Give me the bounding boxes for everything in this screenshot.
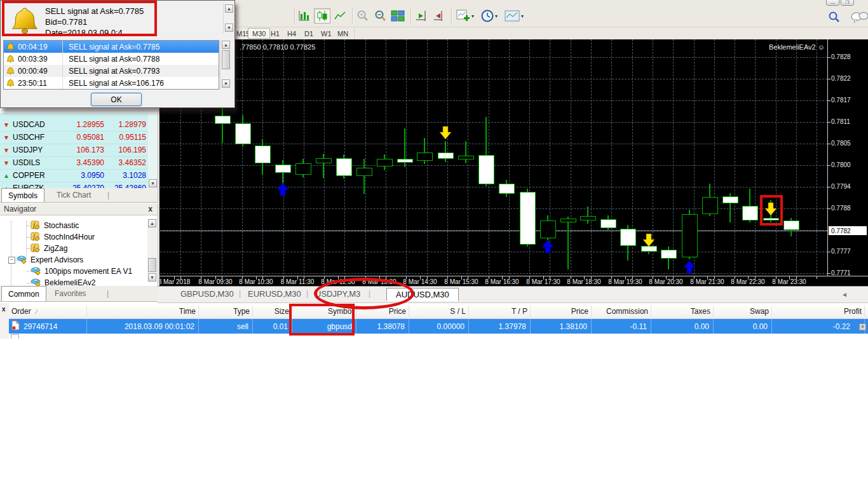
- gridline-v: [735, 39, 735, 274]
- column-header-order[interactable]: Order∕: [11, 304, 84, 318]
- alert-text: SELL signal at Ask=106.176: [69, 79, 164, 88]
- scroll-up-arrow[interactable]: ▲: [225, 4, 233, 13]
- minimize-button[interactable]: —: [826, 0, 839, 6]
- gridline-v: [509, 39, 510, 274]
- alert-row[interactable]: 00:03:39SELL signal at Ask=0.7788: [4, 53, 219, 65]
- tab-common[interactable]: Common: [1, 286, 46, 301]
- column-header-swap[interactable]: Swap: [715, 304, 769, 318]
- message-scrollbar[interactable]: ▲ ▼: [223, 3, 234, 34]
- periods-button[interactable]: ▾: [478, 8, 501, 24]
- price-axis-label: 0.7817: [831, 97, 851, 104]
- scroll-down-arrow[interactable]: ▼: [225, 24, 233, 32]
- metatrader-window: AutoTrading: [0, 0, 868, 488]
- line-chart-mode-button[interactable]: [332, 8, 348, 24]
- market-watch-row-usdils[interactable]: ▼USDILS3.453903.46352: [0, 156, 148, 170]
- column-header-s-l[interactable]: S / L: [411, 304, 466, 318]
- chart-shift-button[interactable]: [431, 8, 447, 24]
- column-header-price[interactable]: Price: [532, 304, 588, 318]
- scroll-up-arrow[interactable]: ▲: [222, 41, 230, 49]
- scroll-down-arrow[interactable]: ▼: [222, 79, 230, 88]
- column-separator: [591, 306, 592, 317]
- column-header-profit[interactable]: Profit: [774, 304, 862, 318]
- scroll-down-arrow[interactable]: ▼: [149, 179, 157, 187]
- search-icon[interactable]: [828, 11, 841, 25]
- chart-shift-icon: [433, 10, 445, 22]
- alert-list[interactable]: 00:04:19SELL signal at Ask=0.778500:03:3…: [3, 40, 219, 90]
- time-axis[interactable]: 8 Mar 20188 Mar 09:308 Mar 10:308 Mar 11…: [159, 276, 868, 287]
- alert-row[interactable]: 00:00:49SELL signal at Ask=0.7793: [4, 65, 219, 77]
- gridline-v: [714, 39, 715, 274]
- gridline-h: [160, 273, 827, 274]
- order-cell-t-p: 1.37978: [471, 319, 526, 334]
- tab-tick-chart[interactable]: Tick Chart: [50, 188, 97, 201]
- timeframe-button-mn[interactable]: MN: [334, 28, 352, 39]
- timeframe-button-h1[interactable]: H1: [267, 28, 283, 39]
- time-axis-minor-tick: [714, 276, 715, 279]
- market-watch-row-usdchf[interactable]: ▼USDCHF0.950810.95115: [0, 131, 148, 144]
- close-icon[interactable]: x: [148, 205, 153, 214]
- tile-windows-button[interactable]: [389, 8, 407, 24]
- column-header-t-p[interactable]: T / P: [471, 304, 527, 318]
- alert-row[interactable]: 23:50:11SELL signal at Ask=106.176: [4, 77, 219, 89]
- expander-minus-icon[interactable]: −: [8, 257, 15, 264]
- navigator-item-stochind4hour[interactable]: fStochInd4Hour: [31, 231, 95, 243]
- timeframe-button-d1[interactable]: D1: [301, 28, 317, 39]
- navigator-item-stochastic[interactable]: fStochastic: [31, 220, 79, 231]
- navigator-item-expert-advisors[interactable]: Expert Advisors: [17, 254, 83, 266]
- candle-wick: [465, 141, 466, 163]
- navigator-item-zigzag[interactable]: fZigZag: [31, 243, 67, 254]
- column-header-commission[interactable]: Commission: [593, 304, 648, 318]
- scroll-thumb[interactable]: [222, 50, 230, 69]
- scroll-up-arrow[interactable]: ▲: [148, 219, 156, 227]
- alert-row[interactable]: 00:04:19SELL signal at Ask=0.7785: [4, 41, 219, 53]
- toolbar-separator: [294, 8, 295, 24]
- navigator-item-100pips-movement-ea-v1[interactable]: 100pips movement EA V1: [31, 266, 132, 277]
- time-axis-tick: [256, 276, 257, 280]
- candle-body: [397, 159, 413, 163]
- tab-favorites[interactable]: Favorites: [48, 286, 92, 301]
- close-position-button[interactable]: x: [859, 323, 866, 330]
- market-watch-row-copper[interactable]: ▲COPPER3.09503.1028: [0, 169, 148, 182]
- alert-list-scrollbar[interactable]: ▲ ▼: [220, 40, 231, 90]
- navigator-scrollbar[interactable]: ▲ ▼: [147, 219, 157, 282]
- tab-symbols[interactable]: Symbols: [1, 188, 44, 202]
- candlestick-mode-button[interactable]: [314, 8, 330, 24]
- chart-tab-eurusd-m30[interactable]: EURUSD,M30: [248, 289, 301, 299]
- restore-button[interactable]: ❐: [841, 0, 854, 6]
- order-row[interactable]: 297467142018.03.09 00:01:02sell0.01gbpus…: [9, 319, 868, 334]
- zoom-out-button[interactable]: [372, 8, 389, 24]
- symbol-label: USDJPY: [13, 146, 65, 154]
- candle-body: [783, 220, 799, 230]
- column-header-time[interactable]: Time: [89, 304, 196, 318]
- column-header-size[interactable]: Size: [255, 304, 289, 318]
- market-watch-row-usdcad[interactable]: ▼USDCAD1.289551.28979: [0, 118, 148, 132]
- ok-button[interactable]: OK: [91, 93, 142, 106]
- tab-scroll-left-icon[interactable]: ◄: [841, 291, 848, 298]
- list-column-separator: [62, 53, 63, 65]
- terminal-header[interactable]: Order∕TimeTypeSizeSymbolPriceS / LT / PP…: [9, 304, 868, 319]
- gridline-h: [160, 57, 827, 58]
- scroll-thumb[interactable]: [148, 258, 156, 272]
- gridline-h: [160, 144, 827, 144]
- templates-button[interactable]: ▾: [502, 8, 526, 24]
- indicators-button[interactable]: ▾: [454, 8, 477, 24]
- scroll-down-arrow[interactable]: ▼: [148, 273, 156, 281]
- chart-tab-gbpusd-m30[interactable]: GBPUSD,M30: [180, 289, 234, 299]
- market-watch-scrollbar[interactable]: ▼: [148, 113, 158, 188]
- column-header-type[interactable]: Type: [201, 304, 250, 318]
- navigator-title-label: Navigator: [4, 205, 36, 214]
- time-axis-minor-tick: [180, 276, 181, 279]
- auto-scroll-button[interactable]: [413, 8, 430, 24]
- market-watch-row-usdjpy[interactable]: ▼USDJPY106.173106.195: [0, 144, 148, 157]
- timeframe-button-h4[interactable]: H4: [283, 28, 300, 39]
- order-cell-order: 29746714: [11, 319, 83, 334]
- zoom-out-icon: [374, 10, 387, 22]
- chat-icon[interactable]: [850, 11, 868, 25]
- bar-chart-mode-button[interactable]: [296, 8, 313, 24]
- close-terminal-icon[interactable]: x: [2, 306, 6, 313]
- column-separator: [771, 306, 772, 317]
- column-header-taxes[interactable]: Taxes: [653, 304, 710, 318]
- gridline-v: [776, 39, 776, 274]
- timeframe-button-w1[interactable]: W1: [317, 28, 336, 39]
- zoom-in-button[interactable]: [355, 8, 371, 24]
